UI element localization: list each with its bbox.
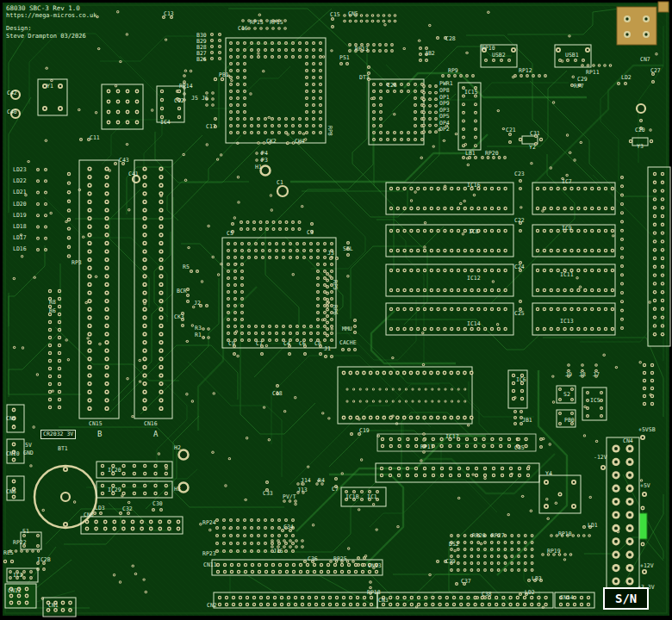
silkscreen-label: RP6: [333, 305, 339, 315]
silkscreen-label: R6: [49, 308, 56, 314]
silkscreen-label: C20: [635, 127, 645, 133]
silkscreen-label: C11: [90, 135, 100, 141]
silkscreen-label: C40: [7, 109, 17, 115]
silkscreen-label: Y1: [47, 84, 53, 90]
silkscreen-label: C29: [577, 77, 588, 83]
silkscreen-label: +12V: [640, 563, 654, 569]
silkscreen-label: OP2: [439, 127, 450, 133]
silkscreen-label: J2: [194, 301, 201, 307]
silkscreen-label: H2: [174, 445, 181, 451]
silkscreen-label: C8: [314, 341, 321, 347]
silkscreen-label: LD2: [621, 75, 632, 81]
silkscreen-label: LD22: [13, 178, 27, 184]
silkscreen-label: IC9: [562, 226, 572, 232]
silkscreen-label: LB1: [465, 151, 476, 157]
silkscreen-label: IC5: [590, 398, 600, 404]
silkscreen-label: IC13: [560, 319, 574, 325]
silkscreen-label: IC2: [13, 573, 23, 579]
silkscreen-label: LD18: [13, 224, 27, 230]
silkscreen-label: IC7: [562, 179, 572, 185]
silkscreen-label: CN11: [203, 562, 217, 568]
silkscreen-label: C22: [514, 218, 525, 224]
silkscreen-label: CN7: [640, 57, 650, 63]
silkscreen-label: IC11: [560, 272, 574, 278]
silkscreen-label: C42: [7, 90, 17, 96]
silkscreen-label: CN2: [207, 603, 217, 609]
silkscreen-label: C43: [119, 158, 129, 164]
silkscreen-label: 5V: [25, 443, 32, 449]
silkscreen-label: CN15: [89, 421, 103, 427]
silkscreen-label: S1: [22, 529, 29, 535]
silkscreen-label: J6: [202, 96, 208, 102]
silkscreen-label: C1: [277, 180, 283, 186]
silkscreen-label: C35: [514, 445, 525, 451]
silkscreen-label: IC2B: [37, 557, 51, 563]
silkscreen-label: R1: [195, 332, 202, 338]
silkscreen-label: RP27: [491, 533, 505, 539]
title-block: 68030 SBC-3 Rev 1.0 https://mega-micros.…: [6, 4, 96, 40]
silkscreen-label: LD23: [13, 167, 27, 173]
silkscreen-label: C37: [461, 579, 471, 585]
silkscreen-layer: C13RP15RP15C16C15CN5B30B29B28B27B26PB1J5…: [0, 0, 672, 620]
silkscreen-label: R8: [49, 300, 56, 306]
silkscreen-label: J14: [301, 478, 311, 484]
silkscreen-label: S/N: [603, 587, 649, 610]
silkscreen-label: CN14: [560, 595, 574, 601]
silkscreen-label: C21: [506, 127, 516, 133]
silkscreen-label: C33: [263, 491, 273, 497]
silkscreen-label: J3: [327, 251, 334, 257]
silkscreen-label: RP25: [333, 556, 347, 562]
silkscreen-label: PWR1: [439, 81, 453, 87]
silkscreen-label: IC15: [464, 90, 478, 96]
silkscreen-label: J13: [297, 487, 308, 493]
silkscreen-label: C19: [359, 428, 370, 434]
silkscreen-label: C7: [332, 487, 339, 493]
silkscreen-label: C28: [445, 36, 456, 42]
silkscreen-label: Y2: [529, 145, 536, 151]
silkscreen-label: CN9: [6, 416, 16, 422]
silkscreen-label: J8: [579, 372, 586, 378]
silkscreen-label: RP12: [519, 68, 532, 74]
silkscreen-label: C31: [530, 131, 540, 137]
silkscreen-label: JB1: [522, 418, 532, 424]
silkscreen-label: C12: [174, 98, 184, 104]
silkscreen-label: R3: [195, 326, 202, 332]
design-label: Design:: [6, 25, 96, 32]
silkscreen-label: RP19: [547, 549, 561, 555]
silkscreen-label: LD21: [13, 189, 27, 195]
silkscreen-label: CN4: [623, 438, 633, 444]
board-title: 68030 SBC-3 Rev 1.0: [6, 4, 96, 12]
silkscreen-label: IC4: [160, 120, 171, 126]
silkscreen-label: IC1B: [345, 494, 359, 500]
silkscreen-label: OP8: [439, 88, 450, 94]
silkscreen-label: H1: [255, 164, 262, 170]
pcb-board: C13RP15RP15C16C15CN5B30B29B28B27B26PB1J5…: [0, 0, 672, 620]
silkscreen-label: C27: [650, 68, 661, 74]
silkscreen-label: RP23: [202, 551, 216, 557]
silkscreen-label: IC8: [469, 229, 479, 235]
silkscreen-label: CN16: [144, 421, 158, 427]
silkscreen-label: CN6: [6, 489, 16, 495]
silkscreen-label: C17: [206, 124, 216, 130]
designer-name: Steve Drampton 03/2026: [6, 33, 96, 40]
silkscreen-label: C6: [299, 341, 306, 347]
silkscreen-label: LD2: [525, 590, 535, 596]
silkscreen-label: A: [153, 431, 158, 438]
silkscreen-label: J7: [593, 372, 600, 378]
silkscreen-label: C36: [308, 556, 318, 562]
silkscreen-label: LD19: [13, 213, 27, 219]
silkscreen-label: LD20: [13, 202, 27, 208]
silkscreen-label: OP5: [439, 114, 450, 120]
silkscreen-label: CACHE: [339, 340, 357, 346]
silkscreen-label: RP8: [327, 126, 333, 136]
silkscreen-label: RP17: [420, 444, 434, 450]
silkscreen-label: C24: [514, 264, 525, 270]
silkscreen-label: J15: [273, 549, 283, 555]
silkscreen-label: LD16: [13, 246, 27, 252]
silkscreen-label: BCR: [177, 288, 187, 294]
silkscreen-label: C16: [238, 26, 248, 32]
silkscreen-label: RP15: [270, 20, 283, 26]
silkscreen-label: DS2: [449, 542, 459, 548]
silkscreen-label: PV/T: [283, 494, 296, 500]
silkscreen-label: RP3: [72, 260, 82, 266]
